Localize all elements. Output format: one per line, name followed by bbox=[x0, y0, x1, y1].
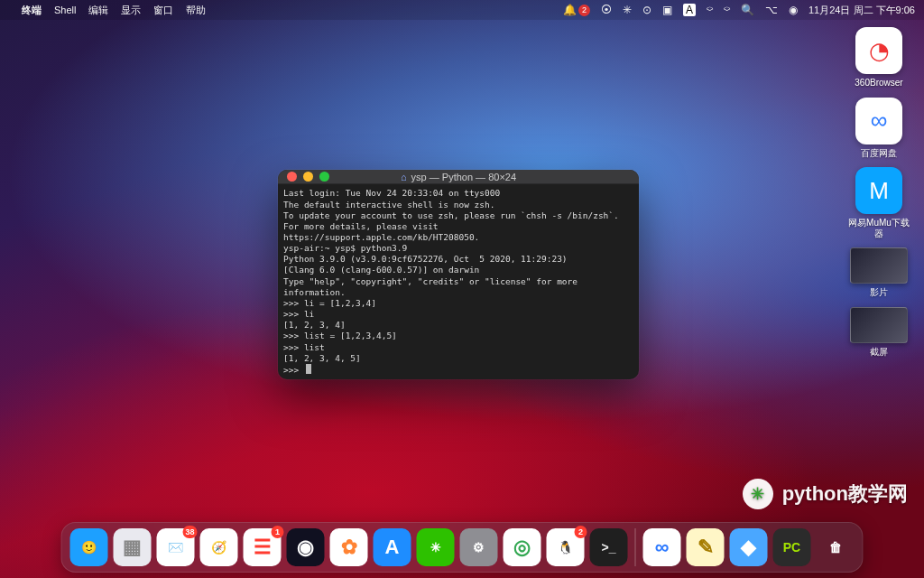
dock-terminal[interactable]: >_ bbox=[590, 528, 628, 566]
dock: 🙂▦✉️38🧭☰1◉✿A✳︎⚙︎◎🐧2>_∞✎◆PC🗑 bbox=[61, 522, 864, 573]
app-menu[interactable]: 终端 bbox=[22, 4, 42, 17]
dock-appstore[interactable]: A bbox=[374, 528, 411, 566]
dock-safari[interactable]: 🧭 bbox=[200, 528, 238, 566]
menu-window[interactable]: 窗口 bbox=[153, 4, 173, 17]
desktop-icon-label: 影片 bbox=[870, 287, 888, 298]
dock-finder[interactable]: 🙂 bbox=[70, 528, 108, 566]
dock-separator bbox=[635, 528, 636, 566]
app-icon: ∞ bbox=[855, 98, 902, 144]
window-title: ⌂ ysp — Python — 80×24 bbox=[278, 172, 639, 182]
control-center-icon[interactable]: ⌥ bbox=[765, 4, 778, 16]
bluetooth-icon[interactable]: ⌔ bbox=[707, 4, 713, 16]
dock-trash[interactable]: 🗑 bbox=[817, 528, 855, 566]
dock-wechat[interactable]: ✳︎ bbox=[417, 528, 455, 566]
dock-chrome[interactable]: ◎ bbox=[504, 528, 541, 566]
terminal-titlebar[interactable]: ⌂ ysp — Python — 80×24 bbox=[278, 170, 639, 184]
dock-qqbrowser[interactable]: ◆ bbox=[730, 528, 768, 566]
menu-edit[interactable]: 编辑 bbox=[88, 4, 108, 17]
input-source-icon[interactable]: A bbox=[683, 4, 696, 16]
battery-icon[interactable]: ▣ bbox=[662, 4, 672, 16]
dock-notes[interactable]: ✎ bbox=[687, 528, 725, 566]
app-icon: M bbox=[855, 167, 902, 214]
badge: 1 bbox=[272, 526, 284, 538]
dock-mail[interactable]: ✉️38 bbox=[157, 528, 195, 566]
app-icon: ◔ bbox=[855, 27, 902, 74]
play-icon[interactable]: ⊙ bbox=[642, 4, 651, 16]
badge: 2 bbox=[575, 526, 587, 538]
desktop-icon-3[interactable]: 影片 bbox=[845, 247, 913, 298]
menu-view[interactable]: 显示 bbox=[121, 4, 141, 17]
thumbnail-icon bbox=[850, 247, 908, 284]
wechat-logo-icon: ✳︎ bbox=[743, 479, 773, 509]
desktop-icon-1[interactable]: ∞百度网盘 bbox=[845, 98, 913, 159]
badge: 38 bbox=[182, 526, 197, 538]
thumbnail-icon bbox=[850, 307, 908, 343]
desktop-icon-0[interactable]: ◔360Browser bbox=[845, 27, 913, 89]
terminal-window[interactable]: ⌂ ysp — Python — 80×24 Last login: Tue N… bbox=[278, 170, 639, 379]
desktop-icon-label: 截屏 bbox=[870, 347, 888, 358]
dock-reminders[interactable]: ☰1 bbox=[244, 528, 282, 566]
siri-icon[interactable]: ◉ bbox=[789, 4, 798, 16]
clock[interactable]: 11月24日 周二 下午9:06 bbox=[808, 4, 915, 17]
home-icon: ⌂ bbox=[401, 172, 407, 182]
dock-pycharm[interactable]: PC bbox=[773, 528, 811, 566]
desktop-icon-4[interactable]: 截屏 bbox=[845, 307, 913, 358]
desktop-icon-2[interactable]: M网易MuMu下载器 bbox=[845, 167, 913, 238]
desktop-icon-label: 网易MuMu下载器 bbox=[845, 218, 913, 238]
wifi-icon[interactable]: ⌔ bbox=[724, 4, 730, 16]
menubar: 终端 Shell 编辑 显示 窗口 帮助 🔔2 ⦿ ✳︎ ⊙ ▣ A ⌔ ⌔ 🔍… bbox=[0, 0, 924, 20]
dock-qq[interactable]: 🐧2 bbox=[547, 528, 585, 566]
desktop-icons: ◔360Browser∞百度网盘M网易MuMu下载器影片截屏 bbox=[845, 27, 913, 357]
dock-settings[interactable]: ⚙︎ bbox=[460, 528, 498, 566]
dock-photos[interactable]: ✿ bbox=[330, 528, 368, 566]
desktop-icon-label: 百度网盘 bbox=[861, 148, 897, 159]
notification-icon[interactable]: 🔔2 bbox=[563, 4, 590, 16]
dock-launchpad[interactable]: ▦ bbox=[114, 528, 152, 566]
search-icon[interactable]: 🔍 bbox=[741, 4, 754, 16]
terminal-output[interactable]: Last login: Tue Nov 24 20:33:04 on ttys0… bbox=[278, 184, 639, 379]
desktop-icon-label: 360Browser bbox=[855, 78, 902, 89]
wechat-status-icon[interactable]: ✳︎ bbox=[623, 4, 632, 16]
menu-shell[interactable]: Shell bbox=[54, 5, 76, 15]
dock-siri[interactable]: ◉ bbox=[287, 528, 325, 566]
menu-help[interactable]: 帮助 bbox=[186, 4, 206, 17]
watermark: ✳︎ python教学网 bbox=[743, 479, 908, 509]
status-icon-1[interactable]: ⦿ bbox=[601, 4, 612, 16]
dock-baidupan[interactable]: ∞ bbox=[643, 528, 681, 566]
